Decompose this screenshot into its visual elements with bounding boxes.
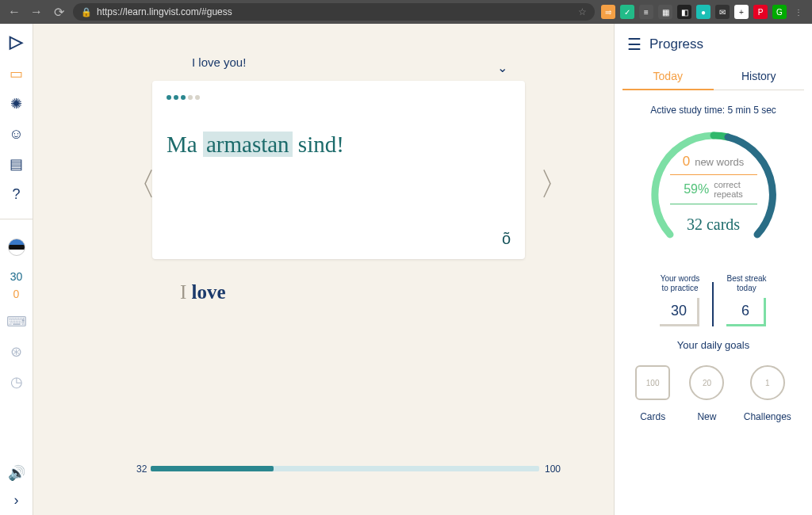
ext-grid-icon[interactable]: ≡ (639, 5, 653, 19)
flashcard: Ma armastan sind! õ (152, 81, 525, 259)
stat-practice-value: 30 (660, 298, 699, 326)
special-char-button[interactable]: õ (502, 230, 511, 248)
goal-challenges[interactable]: 1 Challenges (744, 365, 791, 422)
goal-new-icon: 20 (689, 365, 724, 400)
progress-fill (151, 466, 274, 471)
extensions: ⥤ ✓ ≡ ▦ ◧ ● ✉ + P G ⋮ (601, 5, 806, 19)
ext-plus-icon[interactable]: + (734, 5, 749, 19)
forward-button[interactable]: → (29, 5, 44, 19)
ext-apps-icon[interactable]: ▦ (658, 5, 672, 19)
browser-chrome: ← → ⟳ 🔒 https://learn.lingvist.com/#gues… (0, 0, 812, 24)
sidebar-count-blue: 30 (10, 270, 23, 283)
gauge: 0new words 59%correct repeats 32 cards (646, 124, 781, 258)
expand-icon[interactable]: › (6, 491, 27, 509)
study-time: Active study time: 5 min 5 sec (622, 105, 804, 116)
timer-icon[interactable]: ◷ (6, 373, 27, 391)
ext-rss-icon[interactable]: ⥤ (601, 5, 615, 19)
stats-row: Your words to practice 30 Best streak to… (622, 274, 804, 326)
hint-text: I love you! (192, 55, 598, 69)
lock-icon: 🔒 (81, 7, 92, 17)
browser-menu-icon[interactable]: ⋮ (791, 5, 806, 19)
sentence: Ma armastan sind! (167, 132, 511, 158)
atom-icon[interactable]: ⊛ (6, 343, 27, 360)
goals-row: 100 Cards 20 New 1 Challenges (622, 365, 804, 422)
sound-icon[interactable]: 🔊 (6, 464, 27, 482)
translation-word: love (192, 281, 226, 303)
repeats-row: 59%correct repeats (670, 180, 757, 204)
next-arrow[interactable]: 〉 (539, 162, 571, 206)
progress-dots (167, 95, 511, 100)
ext-mail-icon[interactable]: ✉ (715, 5, 730, 19)
cards-icon[interactable]: ▭ (6, 65, 27, 82)
ext-pinterest-icon[interactable]: P (753, 5, 768, 19)
profile-icon[interactable]: ☺ (6, 125, 27, 143)
goal-cards[interactable]: 100 Cards (635, 365, 670, 422)
divider (0, 219, 33, 219)
url-text: https://learn.lingvist.com/#guess (97, 6, 232, 17)
cards-count: 32 cards (646, 216, 781, 234)
sentence-pre: Ma (167, 132, 203, 157)
address-bar[interactable]: 🔒 https://learn.lingvist.com/#guess ☆ (73, 3, 595, 21)
progress-panel: ☰ Progress Today History Active study ti… (614, 24, 812, 515)
ext-grammarly-icon[interactable]: G (772, 5, 787, 19)
goal-challenges-icon: 1 (750, 365, 785, 400)
goal-new-label: New (689, 411, 724, 422)
panel-title: Progress (649, 36, 703, 52)
stat-streak-label: Best streak today (726, 274, 766, 293)
stat-streak-value: 6 (726, 298, 766, 326)
menu-icon[interactable]: ☰ (627, 35, 642, 54)
goal-cards-label: Cards (635, 411, 670, 422)
stat-separator (712, 282, 714, 326)
help-icon[interactable]: ? (6, 185, 27, 203)
main-area: I love you! ⌄ 〈 〉 Ma armastan sind! õ I … (33, 24, 614, 515)
translation: I love (180, 281, 226, 303)
sidebar-count-orange: 0 (13, 288, 20, 300)
keyboard-icon[interactable]: ⌨ (6, 313, 27, 330)
book-icon[interactable]: ▤ (6, 155, 27, 173)
progress-total: 100 (545, 464, 561, 475)
goal-new[interactable]: 20 New (689, 365, 724, 422)
new-words-row: 0new words (670, 154, 757, 175)
goal-cards-icon: 100 (635, 365, 670, 400)
tips-icon[interactable]: ✺ (6, 95, 27, 113)
sentence-highlight[interactable]: armastan (203, 132, 293, 157)
prev-arrow[interactable]: 〈 (124, 162, 156, 206)
flag-icon[interactable] (8, 238, 25, 256)
tab-today[interactable]: Today (622, 63, 714, 90)
translation-pre: I (180, 281, 192, 303)
star-icon[interactable]: ☆ (578, 6, 587, 17)
ext-shield-icon[interactable]: ✓ (620, 5, 634, 19)
stat-practice-label: Your words to practice (660, 274, 699, 293)
logo[interactable]: ▷ (10, 32, 23, 52)
ext-dark-icon[interactable]: ◧ (677, 5, 691, 19)
goal-challenges-label: Challenges (744, 411, 791, 422)
tabs: Today History (622, 63, 804, 90)
tab-history[interactable]: History (714, 63, 805, 90)
progress-current: 32 (136, 464, 147, 475)
back-button[interactable]: ← (6, 5, 22, 19)
sentence-post: sind! (293, 132, 344, 157)
reload-button[interactable]: ⟳ (51, 5, 67, 20)
chevron-down-icon[interactable]: ⌄ (497, 60, 508, 75)
sidebar: ▷ ▭ ✺ ☺ ▤ ? 30 0 ⌨ ⊛ ◷ 🔊 › (0, 24, 33, 515)
ext-teal-icon[interactable]: ● (696, 5, 710, 19)
goals-title: Your daily goals (622, 339, 804, 351)
